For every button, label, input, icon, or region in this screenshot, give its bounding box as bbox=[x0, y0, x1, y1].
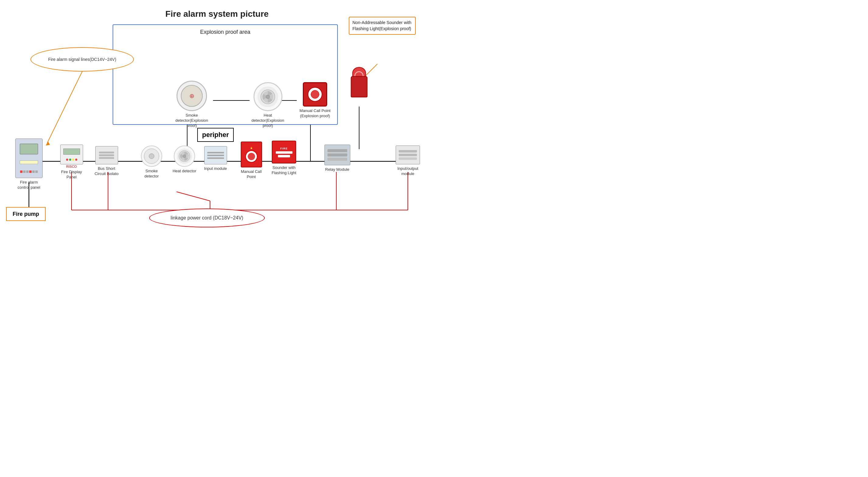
panel-btn-6 bbox=[35, 171, 38, 173]
smoke-center bbox=[149, 153, 154, 159]
power-ellipse: linkage power cord (DC18V~24V) bbox=[149, 209, 265, 228]
sounder-bar-1 bbox=[276, 151, 292, 154]
io-module-device: Input/output module bbox=[393, 146, 423, 177]
input-module-icon bbox=[204, 146, 227, 165]
relay-strip-2 bbox=[328, 153, 347, 156]
peripher-text: peripher bbox=[202, 131, 229, 139]
fdp-brand: RISCO bbox=[66, 165, 77, 168]
exp-mcp-device: Manual Call Point (Explosion proof) bbox=[297, 82, 333, 119]
exp-mcp-circle bbox=[308, 87, 322, 102]
peripher-box: peripher bbox=[197, 128, 234, 142]
panel-buttons bbox=[20, 171, 38, 173]
manual-call-point-device: 🔥 Manual Call Point bbox=[238, 142, 264, 180]
sounder-callout-text: Non-Addressable Sounder with Flashing Li… bbox=[352, 20, 411, 31]
svg-point-20 bbox=[183, 155, 186, 158]
heat-fan-svg bbox=[178, 150, 190, 162]
exp-heat-device: Heat detector(Explosion proof) bbox=[248, 82, 288, 128]
fdp-dot-4 bbox=[75, 158, 77, 161]
exp-sounder-base bbox=[351, 76, 367, 97]
panel-btn-2 bbox=[23, 171, 26, 173]
relay-module-label: Relay Module bbox=[323, 167, 351, 172]
svg-line-15 bbox=[47, 71, 82, 143]
mod-line-1 bbox=[207, 152, 224, 153]
fdp-dot-2 bbox=[69, 158, 71, 161]
exp-sounder-device bbox=[349, 67, 369, 97]
sounder-icon: FIRE bbox=[272, 141, 296, 163]
sounder-callout-box: Non-Addressable Sounder with Flashing Li… bbox=[349, 17, 416, 35]
fire-pump-box: Fire pump bbox=[6, 207, 45, 221]
relay-strip-3 bbox=[328, 158, 347, 161]
exp-heat-label: Heat detector(Explosion proof) bbox=[248, 113, 288, 128]
relay-strip-1 bbox=[328, 149, 347, 152]
fire-alarm-panel-label: Fire alarm control panel bbox=[14, 180, 44, 190]
io-strip-3 bbox=[399, 157, 417, 160]
panel-btn-5 bbox=[32, 171, 35, 173]
heat-detector-icon bbox=[174, 146, 195, 167]
exp-smoke-label: Smoke detector(Explosion proof) bbox=[172, 113, 212, 128]
heat-detector-label: Heat detector bbox=[172, 169, 196, 174]
exp-mcp-inner bbox=[311, 90, 319, 99]
bus-strip-3 bbox=[99, 157, 114, 159]
fdp-dots bbox=[66, 158, 77, 161]
mod-line-3 bbox=[207, 157, 224, 159]
smoke-detector-device: Smoke detector bbox=[140, 146, 164, 179]
mcp-symbol: 🔥 bbox=[250, 146, 253, 149]
exp-symbol: ⊕ bbox=[189, 92, 194, 99]
mcp-circle bbox=[245, 150, 257, 162]
input-module-device: Input module bbox=[203, 146, 228, 171]
diagram-container: Fire alarm system picture bbox=[0, 0, 434, 225]
signal-ellipse-text: Fire alarm signal lines(DC14V~24V) bbox=[42, 57, 122, 62]
io-strip-1 bbox=[399, 150, 417, 152]
panel-btn-4 bbox=[29, 171, 32, 173]
fire-alarm-panel-device: Fire alarm control panel bbox=[14, 139, 44, 190]
exp-heat-fan bbox=[260, 89, 275, 105]
panel-btn-1 bbox=[20, 171, 23, 173]
heat-detector-device: Heat detector bbox=[172, 146, 196, 174]
fire-alarm-panel-icon bbox=[15, 139, 42, 178]
panel-btn-3 bbox=[26, 171, 29, 173]
svg-point-22 bbox=[266, 95, 270, 99]
io-strip-2 bbox=[399, 154, 417, 156]
svg-line-18 bbox=[177, 192, 210, 201]
manual-call-point-label: Manual Call Point bbox=[238, 169, 264, 180]
signal-ellipse: Fire alarm signal lines(DC14V~24V) bbox=[30, 47, 134, 71]
exp-sounder-icon bbox=[349, 67, 369, 97]
explosion-area-label: Explosion proof area bbox=[113, 29, 338, 35]
fire-display-panel-label: Fire Display Panel bbox=[58, 170, 85, 180]
relay-module-device: Relay Module bbox=[323, 145, 351, 172]
mod-line-2 bbox=[207, 155, 224, 156]
exp-heat-inner bbox=[257, 86, 278, 107]
sounder-text: FIRE bbox=[280, 147, 288, 150]
svg-marker-16 bbox=[45, 142, 50, 146]
fdp-screen bbox=[63, 149, 80, 155]
exp-smoke-device: ⊕ Smoke detector(Explosion proof) bbox=[172, 81, 212, 128]
fdp-dot-3 bbox=[72, 158, 74, 161]
fire-display-panel-device: RISCO Fire Display Panel bbox=[58, 145, 85, 180]
panel-indicator bbox=[20, 160, 38, 164]
exp-mcp-icon bbox=[303, 82, 327, 107]
sounder-device: FIRE Sounder with Flashing Light bbox=[269, 141, 299, 176]
relay-module-icon bbox=[324, 145, 350, 165]
bus-strip-2 bbox=[99, 154, 114, 156]
smoke-detector-label: Smoke detector bbox=[140, 169, 164, 179]
mcp-inner bbox=[248, 153, 255, 160]
smoke-inner bbox=[144, 149, 159, 164]
power-ellipse-text: linkage power cord (DC18V~24V) bbox=[171, 215, 244, 221]
fire-display-panel-icon bbox=[60, 145, 83, 165]
bus-isolator-label: Bus Short Circuit Isolato bbox=[93, 166, 120, 177]
mcp-icon: 🔥 bbox=[241, 142, 262, 168]
fire-pump-text: Fire pump bbox=[12, 211, 39, 217]
exp-heat-icon bbox=[253, 82, 282, 111]
sounder-label: Sounder with Flashing Light bbox=[269, 165, 299, 176]
input-module-label: Input module bbox=[203, 166, 228, 171]
sounder-bar-2 bbox=[278, 155, 290, 157]
panel-screen bbox=[20, 144, 38, 154]
bus-strip-1 bbox=[99, 152, 114, 153]
fdp-dot-1 bbox=[66, 158, 68, 161]
bus-isolator-device: Bus Short Circuit Isolato bbox=[93, 146, 120, 177]
exp-smoke-icon: ⊕ bbox=[177, 81, 207, 111]
exp-mcp-label: Manual Call Point (Explosion proof) bbox=[297, 108, 333, 119]
bus-isolator-icon bbox=[95, 146, 118, 165]
exp-smoke-inner: ⊕ bbox=[181, 85, 203, 107]
io-module-label: Input/output module bbox=[393, 166, 423, 177]
